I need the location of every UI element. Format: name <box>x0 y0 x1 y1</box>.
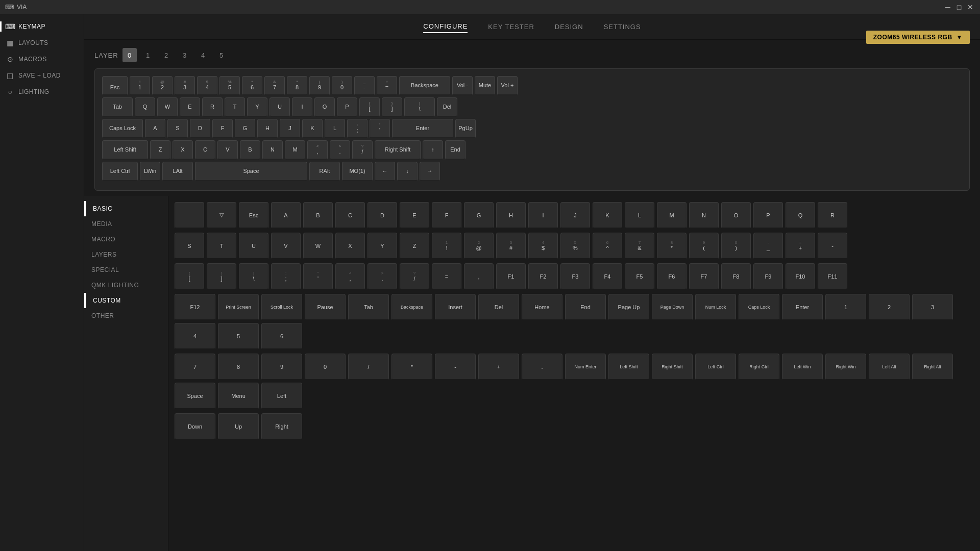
kp-at[interactable]: 2@ <box>464 233 494 259</box>
kp-dollar[interactable]: 4$ <box>528 233 558 259</box>
kp-numlock[interactable]: Num Lock <box>695 294 736 320</box>
kp-comma2[interactable]: , <box>464 263 494 290</box>
key-end[interactable]: End <box>445 140 465 160</box>
kp-pause[interactable]: Pause <box>305 294 346 320</box>
key-j[interactable]: J <box>280 119 300 138</box>
key-right-shift[interactable]: Right Shift <box>375 140 421 160</box>
key-equals[interactable]: += <box>377 76 397 95</box>
kp-plus[interactable]: =+ <box>786 233 815 259</box>
kp-v[interactable]: V <box>271 233 301 259</box>
kp-question[interactable]: ?/ <box>400 263 429 290</box>
kp-leftalt[interactable]: Left Alt <box>869 354 910 380</box>
kp-left[interactable]: Left <box>261 383 302 409</box>
kp-leftshift[interactable]: Left Shift <box>608 354 649 380</box>
key-n[interactable]: N <box>262 140 283 160</box>
key-up-arrow[interactable]: ↑ <box>423 140 443 160</box>
key-mo1[interactable]: MO(1) <box>342 162 373 181</box>
kp-scrolllock[interactable]: Scroll Lock <box>261 294 302 320</box>
layer-3[interactable]: 3 <box>178 48 192 62</box>
kp-m[interactable]: M <box>657 202 687 229</box>
kp-f2[interactable]: F2 <box>528 263 558 290</box>
topnav-settings[interactable]: SETTINGS <box>604 21 641 33</box>
kp-lparen[interactable]: 9( <box>689 233 719 259</box>
kp-pipe[interactable]: |\ <box>239 263 268 290</box>
key-vol-down[interactable]: Vol - <box>452 76 473 95</box>
key-p[interactable]: P <box>337 97 357 117</box>
kp-dash[interactable]: - <box>818 233 847 259</box>
key-2[interactable]: @2 <box>152 76 173 95</box>
key-comma[interactable]: <, <box>307 140 328 160</box>
key-slash[interactable]: ?/ <box>352 140 373 160</box>
key-u[interactable]: U <box>270 97 290 117</box>
kp-rightshift[interactable]: Right Shift <box>652 354 693 380</box>
kp-numstar[interactable]: * <box>391 354 432 380</box>
key-w[interactable]: W <box>157 97 178 117</box>
kp-f6[interactable]: F6 <box>657 263 687 290</box>
sidebar-item-keymap[interactable]: ⌨ KEYMAP <box>0 18 84 35</box>
minimize-button[interactable]: ─ <box>943 3 952 12</box>
kp-percent[interactable]: 5% <box>560 233 590 259</box>
kp-x[interactable]: X <box>335 233 365 259</box>
kp-end2[interactable]: End <box>565 294 606 320</box>
key-e[interactable]: E <box>180 97 200 117</box>
layer-0[interactable]: 0 <box>122 48 137 62</box>
key-y[interactable]: Y <box>247 97 267 117</box>
key-enter[interactable]: Enter <box>392 119 453 138</box>
key-left-arrow[interactable]: ← <box>375 162 395 181</box>
kp-f8[interactable]: F8 <box>721 263 751 290</box>
kp-leftwin[interactable]: Left Win <box>782 354 823 380</box>
kp-empty[interactable] <box>175 202 204 229</box>
kp-k[interactable]: K <box>593 202 622 229</box>
key-semicolon[interactable]: :; <box>347 119 368 138</box>
key-9[interactable]: (9 <box>309 76 330 95</box>
kp-del2[interactable]: Del <box>478 294 519 320</box>
key-a[interactable]: A <box>145 119 165 138</box>
key-1[interactable]: !1 <box>130 76 150 95</box>
layer-2[interactable]: 2 <box>159 48 174 62</box>
kp-home[interactable]: Home <box>522 294 562 320</box>
kp-p[interactable]: P <box>753 202 783 229</box>
kp-cat-layers[interactable]: LAYERS <box>84 247 168 262</box>
key-del[interactable]: Del <box>437 97 457 117</box>
kp-equal[interactable]: = <box>432 263 461 290</box>
kp-numdot[interactable]: . <box>522 354 562 380</box>
sidebar-item-macros[interactable]: ⊙ MACROS <box>0 51 84 67</box>
key-vol-up[interactable]: Vol + <box>497 76 518 95</box>
kp-gt[interactable]: >. <box>368 263 397 290</box>
kp-f7[interactable]: F7 <box>689 263 719 290</box>
kp-trns[interactable]: ▽ <box>207 202 236 229</box>
key-r[interactable]: R <box>202 97 223 117</box>
key-v[interactable]: V <box>217 140 238 160</box>
kp-r[interactable]: R <box>818 202 847 229</box>
layer-1[interactable]: 1 <box>141 48 155 62</box>
key-4[interactable]: $4 <box>197 76 217 95</box>
key-esc[interactable]: `Esc <box>102 76 128 95</box>
kp-e[interactable]: E <box>400 202 429 229</box>
kp-menu[interactable]: Menu <box>218 383 259 409</box>
kp-backspace2[interactable]: Backspace <box>391 294 432 320</box>
key-d[interactable]: D <box>190 119 210 138</box>
kp-numdash[interactable]: - <box>435 354 476 380</box>
key-7[interactable]: &7 <box>264 76 285 95</box>
kp-numplus[interactable]: + <box>478 354 519 380</box>
key-b[interactable]: B <box>240 140 260 160</box>
kp-f4[interactable]: F4 <box>593 263 622 290</box>
key-h[interactable]: H <box>257 119 278 138</box>
kp-f5[interactable]: F5 <box>625 263 654 290</box>
kp-printscreen[interactable]: Print Screen <box>218 294 259 320</box>
kp-num8[interactable]: 8 <box>218 354 259 380</box>
kp-insert[interactable]: Insert <box>435 294 476 320</box>
layer-4[interactable]: 4 <box>196 48 210 62</box>
kp-pageup[interactable]: Page Up <box>608 294 649 320</box>
topnav-design[interactable]: DESIGN <box>555 21 583 33</box>
kp-a[interactable]: A <box>271 202 301 229</box>
kp-f10[interactable]: F10 <box>786 263 815 290</box>
sidebar-item-lighting[interactable]: ○ LIGHTING <box>0 84 84 100</box>
kp-f1[interactable]: F1 <box>496 263 526 290</box>
close-button[interactable]: ✕ <box>966 3 975 12</box>
key-5[interactable]: %5 <box>219 76 240 95</box>
key-0[interactable]: )0 <box>332 76 352 95</box>
kp-num1[interactable]: 1 <box>825 294 866 320</box>
kp-numslash[interactable]: / <box>348 354 389 380</box>
key-x[interactable]: X <box>173 140 193 160</box>
